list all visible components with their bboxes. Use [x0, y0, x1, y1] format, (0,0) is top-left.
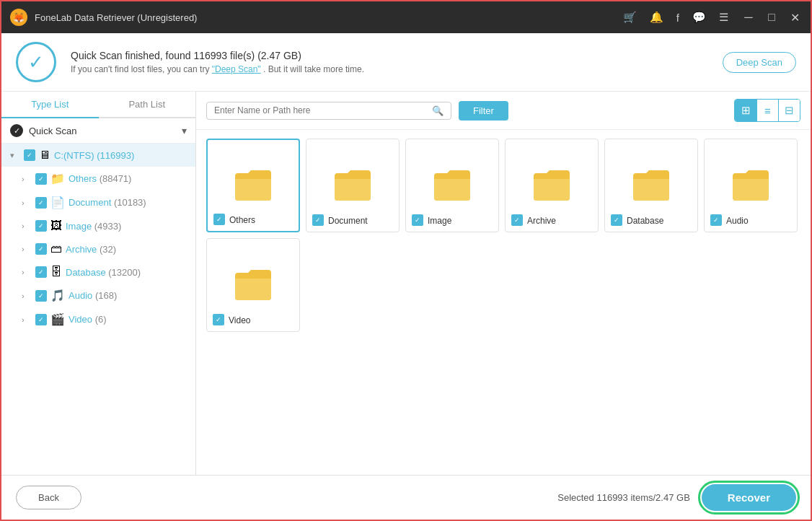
file-item-others[interactable]: ✓ Others	[206, 139, 300, 232]
tree-area: ▾ ✓ 🖥 C:(NTFS) (116993) › ✓ 📁 Others (88…	[1, 144, 195, 475]
sidebar-item-others[interactable]: › ✓ 📁 Others (88471)	[1, 167, 195, 191]
document-grid-checkbox[interactable]: ✓	[312, 214, 324, 226]
bell-icon[interactable]: 🔔	[650, 11, 663, 24]
detail-view-button[interactable]: ⊟	[778, 100, 800, 121]
document-label: Document (10183)	[69, 197, 190, 208]
arrow-right-icon: ›	[22, 198, 32, 207]
scan-mode-row: ✓ Quick Scan ▾	[1, 118, 195, 144]
social-icon[interactable]: f	[676, 12, 679, 24]
title-bar: 🦊 FoneLab Data Retriever (Unregistered) …	[1, 1, 811, 33]
maximize-button[interactable]: □	[764, 11, 779, 25]
audio-grid-label: Audio	[726, 216, 749, 226]
archive-icon: 🗃	[50, 242, 62, 255]
tab-path-list[interactable]: Path List	[99, 92, 196, 118]
tab-row: Type List Path List	[1, 92, 195, 118]
sidebar: Type List Path List ✓ Quick Scan ▾ ▾ ✓ 🖥…	[1, 92, 196, 475]
app-title: FoneLab Data Retriever (Unregistered)	[35, 12, 616, 23]
audio-grid-checkbox[interactable]: ✓	[710, 214, 722, 226]
drive-folder-icon: 🖥	[39, 149, 50, 162]
scan-result-subtitle: If you can't find lost files, you can tr…	[71, 64, 708, 74]
menu-icon[interactable]: ☰	[719, 11, 728, 24]
scan-mode-label: Quick Scan	[29, 126, 176, 136]
grid-view-button[interactable]: ⊞	[735, 100, 756, 121]
drive-checkbox[interactable]: ✓	[24, 149, 35, 161]
sidebar-item-video[interactable]: › ✓ 🎬 Video (6)	[1, 307, 195, 331]
audio-icon: 🎵	[50, 289, 65, 302]
database-grid-checkbox[interactable]: ✓	[611, 214, 622, 226]
arrow-right-icon: ›	[22, 315, 32, 324]
folder-icon-image	[433, 169, 472, 202]
tab-type-list[interactable]: Type List	[1, 92, 99, 118]
scan-result-title: Quick Scan finished, found 116993 file(s…	[71, 50, 708, 61]
arrow-right-icon: ›	[22, 268, 32, 276]
file-item-audio[interactable]: ✓ Audio	[704, 139, 798, 232]
right-panel: 🔍 Filter ⊞ ≡ ⊟ ✓	[196, 92, 811, 475]
deep-scan-link[interactable]: "Deep Scan"	[212, 64, 261, 74]
search-input[interactable]	[214, 105, 428, 115]
window-controls: ─ □ ✕	[741, 11, 802, 25]
arrow-right-icon: ›	[22, 245, 32, 253]
sidebar-item-audio[interactable]: › ✓ 🎵 Audio (168)	[1, 284, 195, 307]
database-icon: 🗄	[50, 266, 62, 279]
app-window: 🦊 FoneLab Data Retriever (Unregistered) …	[0, 0, 812, 521]
audio-checkbox[interactable]: ✓	[35, 290, 47, 302]
image-grid-checkbox[interactable]: ✓	[412, 214, 423, 226]
search-box: 🔍	[206, 102, 451, 120]
image-icon: 🖼	[50, 219, 62, 232]
database-label: Database (13200)	[66, 267, 190, 278]
video-checkbox[interactable]: ✓	[35, 314, 47, 325]
toolbar-row: 🔍 Filter ⊞ ≡ ⊟	[196, 92, 811, 130]
sidebar-item-image[interactable]: › ✓ 🖼 Image (4933)	[1, 214, 195, 237]
back-button[interactable]: Back	[16, 486, 81, 509]
scan-mode-check: ✓	[10, 124, 23, 137]
recover-button[interactable]: Recover	[702, 484, 796, 511]
folder-icon-document	[333, 169, 372, 202]
folder-icon-others	[234, 169, 273, 202]
file-grid: ✓ Others ✓ Document	[206, 139, 800, 332]
database-checkbox[interactable]: ✓	[35, 266, 47, 278]
minimize-button[interactable]: ─	[741, 11, 756, 25]
header-info: ✓ Quick Scan finished, found 116993 file…	[1, 33, 811, 92]
app-logo: 🦊	[10, 9, 27, 26]
status-text: Selected 116993 items/2.47 GB	[81, 492, 690, 503]
others-label: Others (88471)	[69, 173, 190, 184]
chevron-down-icon[interactable]: ▾	[182, 125, 187, 136]
document-icon: 📄	[50, 196, 65, 209]
arrow-right-icon: ›	[22, 222, 32, 230]
file-item-document[interactable]: ✓ Document	[306, 139, 400, 232]
chat-icon[interactable]: 💬	[692, 11, 706, 24]
video-grid-checkbox[interactable]: ✓	[213, 314, 224, 325]
file-grid-area: ✓ Others ✓ Document	[196, 130, 811, 475]
filter-button[interactable]: Filter	[459, 101, 508, 121]
image-checkbox[interactable]: ✓	[35, 220, 47, 232]
sidebar-item-database[interactable]: › ✓ 🗄 Database (13200)	[1, 260, 195, 284]
archive-label: Archive (32)	[66, 244, 190, 255]
drive-item[interactable]: ▾ ✓ 🖥 C:(NTFS) (116993)	[1, 144, 195, 167]
others-grid-label: Others	[229, 215, 255, 225]
folder-icon-archive	[532, 169, 571, 202]
sidebar-item-archive[interactable]: › ✓ 🗃 Archive (32)	[1, 237, 195, 260]
view-icons: ⊞ ≡ ⊟	[734, 99, 800, 122]
others-folder-icon: 📁	[50, 172, 65, 185]
document-grid-label: Document	[328, 216, 368, 226]
cart-icon[interactable]: 🛒	[623, 11, 637, 24]
main-content: Type List Path List ✓ Quick Scan ▾ ▾ ✓ 🖥…	[1, 92, 811, 475]
arrow-right-icon: ›	[22, 292, 32, 300]
archive-checkbox[interactable]: ✓	[35, 243, 47, 255]
file-item-video[interactable]: ✓ Video	[206, 238, 300, 332]
deep-scan-button[interactable]: Deep Scan	[723, 52, 796, 73]
sidebar-item-document[interactable]: › ✓ 📄 Document (10183)	[1, 191, 195, 214]
others-grid-checkbox[interactable]: ✓	[213, 214, 225, 225]
close-button[interactable]: ✕	[787, 11, 802, 25]
scan-complete-icon: ✓	[16, 42, 56, 82]
others-checkbox[interactable]: ✓	[35, 173, 47, 185]
document-checkbox[interactable]: ✓	[35, 197, 47, 209]
list-view-button[interactable]: ≡	[756, 100, 778, 121]
folder-icon-audio	[731, 169, 770, 202]
file-item-archive[interactable]: ✓ Archive	[505, 139, 599, 232]
file-item-database[interactable]: ✓ Database	[604, 139, 698, 232]
archive-grid-checkbox[interactable]: ✓	[511, 214, 523, 226]
file-item-image[interactable]: ✓ Image	[405, 139, 499, 232]
image-grid-label: Image	[428, 216, 451, 226]
video-icon: 🎬	[50, 312, 65, 326]
